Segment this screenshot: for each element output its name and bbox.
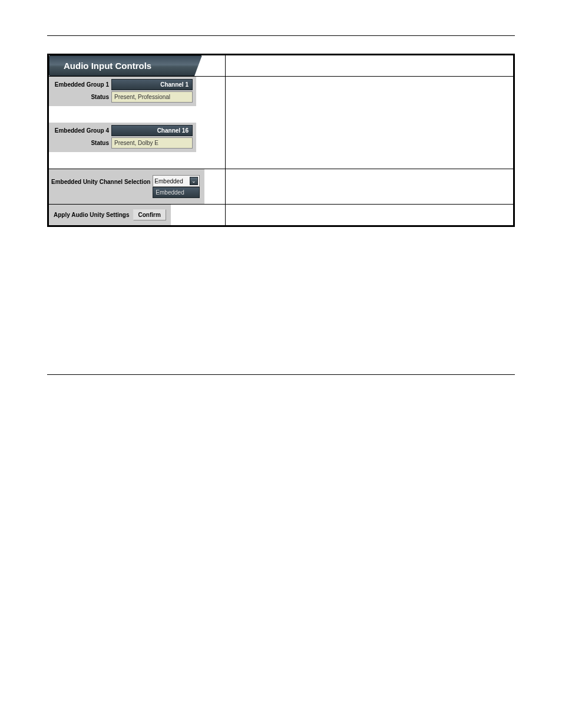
status-groups-cell: Embedded Group 1 Channel 1 Status Presen… <box>48 77 226 169</box>
group-1-label: Embedded Group 1 <box>52 81 111 88</box>
dropdown-selected-text: Embedded <box>154 178 183 185</box>
chevron-down-icon: ⌄ <box>190 177 198 185</box>
unity-selection-cell: Embedded Unity Channel Selection Embedde… <box>48 169 226 205</box>
controls-table: Audio Input Controls Embedded Group 1 Ch… <box>47 54 515 227</box>
apply-desc-cell <box>225 205 514 226</box>
dropdown-option-embedded[interactable]: Embedded <box>153 187 200 198</box>
page-divider-bottom <box>47 374 515 375</box>
channel-16-indicator: Channel 16 <box>111 125 193 136</box>
page-divider-top <box>47 35 515 36</box>
header-desc-cell <box>225 55 514 77</box>
group-4-label: Embedded Group 4 <box>52 127 111 134</box>
unity-selection-panel: Embedded Unity Channel Selection Embedde… <box>49 169 204 204</box>
status-4-label: Status <box>52 140 111 146</box>
embedded-group-4: Embedded Group 4 Channel 16 Status Prese… <box>49 123 196 152</box>
apply-unity-panel: Apply Audio Unity Settings Confirm <box>49 205 171 225</box>
status-4-value: Present, Dolby E <box>111 137 193 149</box>
channel-1-indicator: Channel 1 <box>111 79 193 90</box>
apply-unity-label: Apply Audio Unity Settings <box>54 212 130 218</box>
unity-desc-cell <box>225 169 514 205</box>
audio-input-controls-tab[interactable]: Audio Input Controls <box>49 55 202 76</box>
status-1-value: Present, Professional <box>111 91 193 103</box>
embedded-group-1: Embedded Group 1 Channel 1 Status Presen… <box>49 77 196 106</box>
tab-title: Audio Input Controls <box>64 61 151 71</box>
unity-selection-label: Embedded Unity Channel Selection <box>51 175 150 185</box>
confirm-button[interactable]: Confirm <box>133 209 166 220</box>
apply-unity-cell: Apply Audio Unity Settings Confirm <box>48 205 226 226</box>
status-1-label: Status <box>52 94 111 100</box>
header-cell: Audio Input Controls <box>48 55 226 77</box>
status-desc-cell <box>225 77 514 169</box>
unity-channel-dropdown[interactable]: Embedded ⌄ <box>153 175 200 187</box>
